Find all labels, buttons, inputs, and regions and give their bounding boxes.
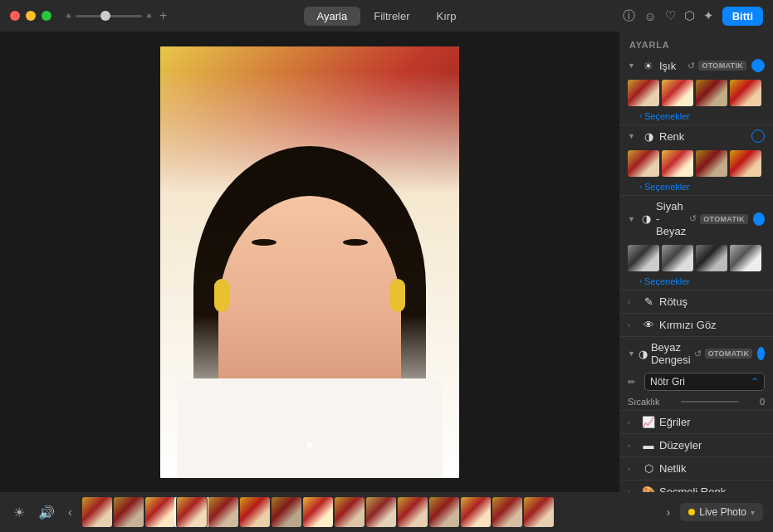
tab-kirp[interactable]: Kırp — [423, 7, 470, 26]
section-rotus-header[interactable]: › ✎ Rötuş — [619, 290, 773, 313]
renk-options-chevron-icon: › — [639, 183, 642, 191]
brightness-track[interactable] — [76, 15, 142, 17]
tab-ayarla[interactable]: Ayarla — [304, 7, 361, 26]
section-netlik: › ⬡ Netlik — [619, 457, 773, 481]
filmstrip-thumb-12[interactable] — [461, 497, 491, 527]
egriler-chevron-icon: › — [628, 418, 638, 427]
filmstrip-thumb-9[interactable] — [366, 497, 396, 527]
isik-chevron-icon: ▼ — [628, 61, 638, 70]
netlik-icon: ⬡ — [641, 462, 656, 475]
filmstrip-thumb-14[interactable] — [524, 497, 554, 527]
section-netlik-header[interactable]: › ⬡ Netlik — [619, 457, 773, 480]
egriler-icon: 📈 — [641, 416, 656, 428]
filmstrip-thumb-7[interactable] — [303, 497, 333, 527]
sb-options[interactable]: › Seçenekler — [619, 275, 773, 290]
sr-icon: 🎨 — [641, 486, 656, 492]
share-button[interactable]: ⬡ — [684, 8, 695, 23]
live-photo-button[interactable]: Live Photo ▾ — [680, 503, 763, 521]
bd-reset-icon[interactable]: ↺ — [694, 349, 702, 359]
bd-toggle[interactable] — [757, 347, 765, 360]
section-renk-header[interactable]: ▼ ◑ Renk — [619, 125, 773, 147]
filmstrip-thumb-4[interactable] — [208, 497, 238, 527]
more-button[interactable]: ✦ — [703, 8, 714, 23]
section-rotus: › ✎ Rötuş — [619, 290, 773, 314]
sb-toggle[interactable] — [753, 212, 765, 226]
section-egriler: › 📈 Eğriler — [619, 411, 773, 434]
sb-preset-1[interactable] — [662, 245, 693, 271]
netlik-label: Netlik — [659, 462, 765, 475]
sb-options-chevron-icon: › — [639, 277, 642, 286]
titlebar-tabs: Ayarla Filtreler Kırp — [304, 7, 470, 26]
wb-select[interactable]: Nötr Gri ⌃ — [644, 373, 765, 391]
renk-label: Renk — [659, 130, 746, 143]
isik-options[interactable]: › Seçenekler — [619, 110, 773, 124]
live-dot-icon — [688, 509, 695, 515]
sound-icon[interactable]: 🔊 — [35, 501, 58, 524]
filmstrip-thumb-11[interactable] — [429, 497, 459, 527]
sb-preset-3[interactable] — [730, 245, 761, 271]
rotus-chevron-icon: › — [628, 298, 638, 306]
filmstrip-thumb-3[interactable] — [177, 497, 207, 527]
filmstrip-thumb-13[interactable] — [492, 497, 522, 527]
wb-slider-value: 0 — [744, 397, 765, 407]
isik-preset-3[interactable] — [730, 80, 761, 106]
section-kirmizi-goz: › 👁 Kırmızı Göz — [619, 314, 773, 337]
filmstrip-next[interactable]: › — [663, 504, 674, 520]
sb-preset-2[interactable] — [696, 245, 727, 271]
rotus-label: Rötuş — [659, 295, 765, 308]
filmstrip-thumb-0[interactable] — [82, 497, 112, 527]
duzeyler-icon: ▬ — [641, 439, 656, 451]
filmstrip-thumb-8[interactable] — [335, 497, 364, 527]
bitti-button[interactable]: Bitti — [722, 7, 763, 26]
isik-preset-2[interactable] — [696, 80, 727, 106]
info-button[interactable]: ⓘ — [623, 8, 635, 24]
filmstrip-thumb-6[interactable] — [272, 497, 301, 527]
sb-preset-0[interactable] — [628, 245, 659, 271]
sun-bottom-icon[interactable]: ☀ — [10, 501, 28, 524]
kg-label: Kırmızı Göz — [659, 319, 765, 331]
brightness-slider-area: ☀ ☀ — [65, 12, 153, 21]
close-button[interactable] — [10, 11, 20, 21]
wb-slider[interactable] — [681, 401, 739, 403]
filmstrip-thumb-2[interactable] — [145, 497, 175, 527]
isik-label: Işık — [659, 60, 684, 72]
emoji-button[interactable]: ☺ — [643, 9, 656, 23]
renk-options[interactable]: › Seçenekler — [619, 180, 773, 195]
filmstrip-thumb-5[interactable] — [240, 497, 270, 527]
wb-chevron-icon: ⌃ — [751, 376, 759, 388]
section-isik-header[interactable]: ▼ ☀ Işık ↺ OTOMATIK — [619, 55, 773, 76]
isik-preset-1[interactable] — [662, 80, 693, 106]
brightness-icon: ☀ — [65, 12, 72, 21]
filmstrip-thumb-10[interactable] — [398, 497, 428, 527]
wb-pencil-icon: ✏ — [628, 377, 641, 388]
titlebar-right: ⓘ ☺ ♡ ⬡ ✦ Bitti — [623, 7, 763, 26]
zoom-button[interactable] — [42, 11, 51, 21]
section-bd-header[interactable]: ▼ ◑ Beyaz Dengesi ↺ OTOMATIK — [619, 337, 773, 370]
brightness-max-icon: ☀ — [145, 12, 153, 21]
renk-preset-3[interactable] — [730, 150, 761, 177]
section-duzeyler-header[interactable]: › ▬ Düzeyler — [619, 434, 773, 456]
section-kg-header[interactable]: › 👁 Kırmızı Göz — [619, 314, 773, 336]
isik-toggle[interactable] — [751, 59, 765, 72]
section-egriler-header[interactable]: › 📈 Eğriler — [619, 411, 773, 433]
sb-options-label: › Seçenekler — [639, 276, 765, 286]
renk-preset-2[interactable] — [696, 150, 727, 177]
wb-option-text: Nötr Gri — [650, 376, 685, 388]
add-tab-button[interactable]: + — [159, 8, 167, 23]
favorite-button[interactable]: ♡ — [665, 8, 676, 23]
renk-preset-1[interactable] — [662, 150, 693, 177]
renk-preset-0[interactable] — [628, 150, 659, 177]
tab-filtreler[interactable]: Filtreler — [360, 7, 423, 26]
isik-reset-icon[interactable]: ↺ — [687, 61, 695, 71]
isik-preset-0[interactable] — [628, 80, 659, 106]
sb-reset-icon[interactable]: ↺ — [689, 213, 697, 224]
section-duzeyler: › ▬ Düzeyler — [619, 434, 773, 457]
section-sb-header[interactable]: ▼ ◑ Siyah - Beyaz ↺ OTOMATIK — [619, 196, 773, 242]
filmstrip-thumb-1[interactable] — [114, 497, 144, 527]
section-sr-header[interactable]: › 🎨 Seçmeli Renk — [619, 481, 773, 492]
filmstrip-prev[interactable]: ‹ — [65, 504, 76, 520]
renk-toggle[interactable] — [751, 129, 765, 143]
live-photo-label: Live Photo — [699, 506, 746, 518]
minimize-button[interactable] — [26, 11, 36, 21]
wb-dropdown-row: ✏ Nötr Gri ⌃ — [619, 370, 773, 393]
